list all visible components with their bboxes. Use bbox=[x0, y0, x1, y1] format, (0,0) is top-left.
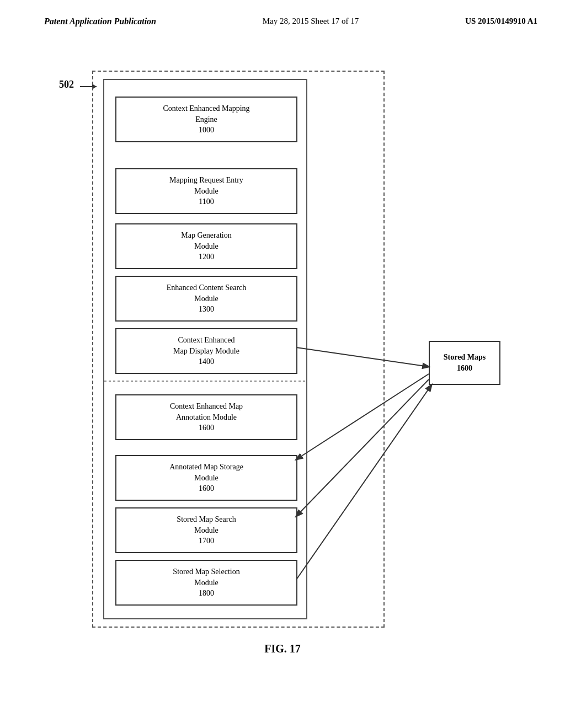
module-1000: Context Enhanced Mapping Engine 1000 bbox=[115, 97, 297, 142]
page-header: Patent Application Publication May 28, 2… bbox=[0, 0, 565, 32]
module-1600a-line3: 1600 bbox=[199, 424, 214, 432]
module-1600s-line3: 1600 bbox=[199, 484, 214, 493]
module-1700-line2: Module bbox=[194, 526, 218, 534]
inner-engine-box: Context Enhanced Mapping Engine 1000 Map… bbox=[103, 79, 307, 619]
module-1400: Context Enhanced Map Display Module 1400 bbox=[115, 328, 297, 374]
module-1600a-line2: Annotation Module bbox=[176, 413, 237, 421]
module-1600a-line1: Context Enhanced Map bbox=[170, 402, 243, 410]
publication-number: US 2015/0149910 A1 bbox=[465, 17, 537, 26]
module-1800-line2: Module bbox=[194, 579, 218, 587]
module-1600-storage: Annotated Map Storage Module 1600 bbox=[115, 455, 297, 501]
module-1200-line1: Map Generation bbox=[181, 231, 231, 239]
stored-maps-box: Stored Maps 1600 bbox=[429, 341, 500, 385]
module-1400-line3: 1400 bbox=[199, 357, 214, 366]
module-1000-line2: Engine bbox=[195, 115, 217, 124]
module-1700: Stored Map Search Module 1700 bbox=[115, 507, 297, 553]
module-1100-line1: Mapping Request Entry bbox=[169, 176, 243, 184]
diagram-area: 502 Context Enhanced Mapping Engine 1000… bbox=[48, 49, 517, 666]
module-1000-line3: 1000 bbox=[199, 126, 214, 134]
module-1300-line3: 1300 bbox=[199, 305, 214, 313]
module-1100-line2: Module bbox=[194, 187, 218, 195]
stored-maps-label: Stored Maps bbox=[444, 352, 486, 363]
module-1300-line1: Enhanced Content Search bbox=[167, 283, 247, 292]
module-1600s-line2: Module bbox=[194, 474, 218, 482]
module-1200-line3: 1200 bbox=[199, 253, 214, 261]
module-1200-line2: Module bbox=[194, 242, 218, 250]
module-1700-line1: Stored Map Search bbox=[177, 515, 236, 523]
module-1100: Mapping Request Entry Module 1100 bbox=[115, 168, 297, 214]
module-1800-line1: Stored Map Selection bbox=[173, 568, 239, 576]
module-1000-line1: Context Enhanced Mapping bbox=[163, 104, 249, 113]
module-1800-line3: 1800 bbox=[199, 589, 214, 597]
outer-box-label: 502 bbox=[59, 79, 74, 90]
module-1400-line1: Context Enhanced bbox=[178, 336, 234, 344]
module-1600s-line1: Annotated Map Storage bbox=[169, 463, 243, 471]
module-1200: Map Generation Module 1200 bbox=[115, 223, 297, 269]
module-1800: Stored Map Selection Module 1800 bbox=[115, 560, 297, 606]
module-1400-line2: Map Display Module bbox=[173, 347, 239, 355]
publication-date-sheet: May 28, 2015 Sheet 17 of 17 bbox=[263, 17, 359, 26]
publication-title: Patent Application Publication bbox=[44, 17, 156, 26]
module-1300: Enhanced Content Search Module 1300 bbox=[115, 276, 297, 322]
section-divider bbox=[104, 381, 306, 382]
module-1100-line3: 1100 bbox=[199, 197, 214, 206]
module-1700-line3: 1700 bbox=[199, 537, 214, 545]
stored-maps-number: 1600 bbox=[444, 363, 486, 374]
figure-label: FIG. 17 bbox=[264, 643, 301, 655]
module-1300-line2: Module bbox=[194, 295, 218, 303]
module-1600-annotation: Context Enhanced Map Annotation Module 1… bbox=[115, 394, 297, 440]
